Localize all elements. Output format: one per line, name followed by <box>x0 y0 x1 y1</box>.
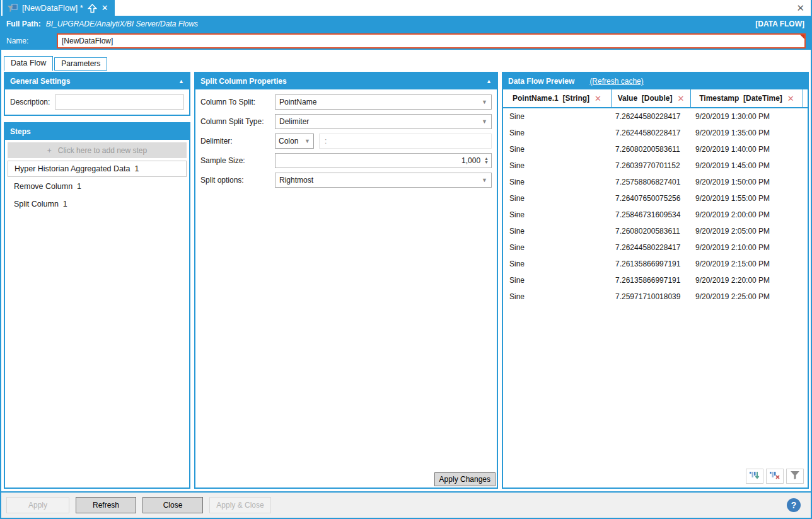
sample-size-label: Sample Size: <box>200 156 275 165</box>
step-item[interactable]: Hyper Historian Aggregated Data 1 <box>8 161 187 177</box>
table-cell: 9/20/2019 1:55:00 PM <box>691 194 803 203</box>
preview-title: Data Flow Preview <box>508 77 574 86</box>
table-cell: 7.25758806827401 <box>612 178 691 186</box>
table-cell: Sine <box>503 145 612 154</box>
table-cell: 7.26135866997191 <box>612 260 691 268</box>
column-to-split-select[interactable]: PointName ▼ <box>275 94 492 110</box>
table-cell: 9/20/2019 2:10:00 PM <box>691 243 803 252</box>
delimiter-char-value: : <box>325 137 327 145</box>
column-split-type-row: Column Split Type: Delimiter ▼ <box>200 114 492 129</box>
title-tab-strip: [NewDataFlow] * ✕ ✕ <box>1 0 811 16</box>
filter-remove-button[interactable] <box>766 469 784 484</box>
general-settings-header: General Settings ▲ <box>5 73 189 89</box>
table-row[interactable]: Sine7.260802005836119/20/2019 2:05:00 PM <box>503 223 808 239</box>
table-row[interactable]: Sine7.262445802284179/20/2019 1:30:00 PM <box>503 108 808 125</box>
middle-column: Split Column Properties ▲ Column To Spli… <box>194 72 498 489</box>
delimiter-row: Delimiter: Colon ▼ : <box>200 134 492 149</box>
up-arrow-icon[interactable] <box>88 4 97 13</box>
delimiter-kind-value: Colon <box>279 137 298 145</box>
right-column: Data Flow Preview (Refresh cache) PointN… <box>502 72 809 489</box>
table-row[interactable]: Sine7.257588068274019/20/2019 1:50:00 PM <box>503 174 808 190</box>
split-options-select[interactable]: Rightmost ▼ <box>275 173 492 188</box>
tab-data-flow[interactable]: Data Flow <box>4 56 53 71</box>
apply-changes-button[interactable]: Apply Changes <box>434 472 496 486</box>
tab-close-icon[interactable]: ✕ <box>102 4 108 12</box>
table-row[interactable]: Sine7.260397707011529/20/2019 1:45:00 PM <box>503 157 808 174</box>
table-row[interactable]: Sine7.261358669971919/20/2019 2:15:00 PM <box>503 256 808 272</box>
table-row[interactable]: Sine7.260802005836119/20/2019 1:40:00 PM <box>503 141 808 157</box>
sample-size-value: 1,000 <box>461 156 480 165</box>
table-cell: 7.26080200583611 <box>612 227 691 236</box>
column-header-label: Value [Double] <box>618 94 673 103</box>
close-button[interactable]: Close <box>142 497 203 513</box>
step-item[interactable]: Split Column 1 <box>8 196 187 212</box>
apply-button[interactable]: Apply <box>6 497 69 513</box>
preview-column-header[interactable]: PointName.1 [String]✕ <box>503 89 612 107</box>
preview-column-header[interactable]: Timestamp [DateTime]✕ <box>691 89 803 107</box>
left-column: General Settings ▲ Description: Steps + … <box>4 72 190 489</box>
table-cell: 7.26244580228417 <box>612 112 691 121</box>
description-input[interactable] <box>55 94 184 110</box>
table-row[interactable]: Sine7.262445802284179/20/2019 1:35:00 PM <box>503 125 808 141</box>
column-to-split-row: Column To Split: PointName ▼ <box>200 94 492 110</box>
table-cell: 9/20/2019 1:40:00 PM <box>691 145 803 154</box>
steps-title: Steps <box>10 127 31 136</box>
steps-header: Steps <box>5 123 189 140</box>
name-input[interactable] <box>57 33 806 48</box>
sample-size-input[interactable]: 1,000 ▲▼ <box>275 153 492 168</box>
column-split-type-select[interactable]: Delimiter ▼ <box>275 114 492 129</box>
collapse-icon[interactable]: ▲ <box>178 78 184 84</box>
split-properties-header: Split Column Properties ▲ <box>195 73 497 89</box>
split-properties-title: Split Column Properties <box>200 77 287 86</box>
remove-column-icon[interactable]: ✕ <box>787 94 794 103</box>
delimiter-kind-select[interactable]: Colon ▼ <box>275 134 314 149</box>
preview-column-header[interactable]: Value [Double]✕ <box>612 89 691 107</box>
split-properties-form: Column To Split: PointName ▼ Column Spli… <box>195 89 497 193</box>
apply-and-close-button[interactable]: Apply & Close <box>209 497 271 513</box>
remove-column-icon[interactable]: ✕ <box>594 94 601 103</box>
preview-table-header: PointName.1 [String]✕Value [Double]✕Time… <box>503 89 808 108</box>
table-cell: Sine <box>503 243 612 252</box>
help-button[interactable]: ? <box>787 498 801 512</box>
steps-panel: Steps + Click here to add new step Hyper… <box>4 122 190 489</box>
column-header-label: PointName.1 [String] <box>513 94 589 103</box>
chevron-down-icon: ▼ <box>482 177 487 183</box>
collapse-icon[interactable]: ▲ <box>486 78 492 84</box>
table-cell: Sine <box>503 194 612 203</box>
column-to-split-value: PointName <box>279 98 316 106</box>
table-row[interactable]: Sine7.261358669971919/20/2019 2:20:00 PM <box>503 272 808 288</box>
chevron-down-icon: ▼ <box>304 138 310 144</box>
table-cell: 9/20/2019 1:30:00 PM <box>691 112 803 121</box>
table-cell: 9/20/2019 2:05:00 PM <box>691 227 803 236</box>
refresh-cache-link[interactable]: (Refresh cache) <box>589 77 643 86</box>
table-cell: 7.26135866997191 <box>612 276 691 285</box>
document-title: [NewDataFlow] * <box>22 3 83 13</box>
filter-add-button[interactable] <box>746 469 763 484</box>
remove-column-icon[interactable]: ✕ <box>677 94 684 103</box>
general-settings-panel: General Settings ▲ Description: <box>4 72 190 116</box>
tab-parameters[interactable]: Parameters <box>54 57 107 71</box>
window-close-icon[interactable]: ✕ <box>796 3 804 13</box>
step-item[interactable]: Remove Column 1 <box>8 178 187 195</box>
spinner-up-down-icon[interactable]: ▲▼ <box>484 157 489 164</box>
table-cell: Sine <box>503 260 612 268</box>
description-label: Description: <box>10 98 50 106</box>
table-row[interactable]: Sine7.259717100180399/20/2019 2:25:00 PM <box>503 288 808 305</box>
table-cell: Sine <box>503 292 612 301</box>
app-window: [NewDataFlow] * ✕ ✕ Full Path: BI_UPGRAD… <box>0 0 812 519</box>
dataflow-icon <box>8 4 18 13</box>
add-step-button[interactable]: + Click here to add new step <box>8 142 187 158</box>
table-row[interactable]: Sine7.264076500752569/20/2019 1:55:00 PM <box>503 190 808 207</box>
document-tab[interactable]: [NewDataFlow] * ✕ <box>3 0 115 16</box>
split-column-properties-panel: Split Column Properties ▲ Column To Spli… <box>194 72 498 489</box>
table-cell: 9/20/2019 2:25:00 PM <box>691 292 803 301</box>
filter-button[interactable] <box>786 469 804 484</box>
table-cell: Sine <box>503 276 612 285</box>
table-row[interactable]: Sine7.262445802284179/20/2019 2:10:00 PM <box>503 239 808 256</box>
data-flow-preview-panel: Data Flow Preview (Refresh cache) PointN… <box>502 72 809 489</box>
refresh-button[interactable]: Refresh <box>76 497 136 513</box>
table-cell: 7.25971710018039 <box>612 292 691 301</box>
table-row[interactable]: Sine7.258467316095349/20/2019 2:00:00 PM <box>503 207 808 223</box>
table-cell: Sine <box>503 128 612 137</box>
name-label: Name: <box>6 37 57 45</box>
